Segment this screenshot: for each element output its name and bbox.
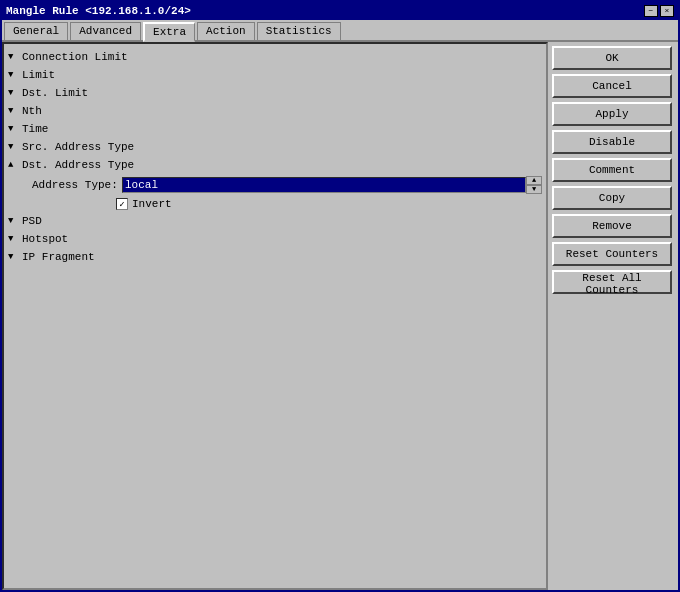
minimize-button[interactable]: − (644, 5, 658, 17)
psd-arrow: ▼ (8, 216, 22, 226)
dst-address-type-row[interactable]: ▲ Dst. Address Type (4, 156, 546, 174)
time-arrow: ▼ (8, 124, 22, 134)
close-button[interactable]: × (660, 5, 674, 17)
ip-fragment-arrow: ▼ (8, 252, 22, 262)
limit-row[interactable]: ▼ Limit (4, 66, 546, 84)
hotspot-row[interactable]: ▼ Hotspot (4, 230, 546, 248)
tab-action[interactable]: Action (197, 22, 255, 40)
reset-counters-button[interactable]: Reset Counters (552, 242, 672, 266)
dst-limit-arrow: ▼ (8, 88, 22, 98)
invert-row: ✓ Invert (4, 196, 546, 212)
nth-row[interactable]: ▼ Nth (4, 102, 546, 120)
comment-button[interactable]: Comment (552, 158, 672, 182)
src-address-type-arrow: ▼ (8, 142, 22, 152)
copy-button[interactable]: Copy (552, 186, 672, 210)
sidebar: OK Cancel Apply Disable Comment Copy Rem… (548, 42, 678, 590)
reset-all-counters-button[interactable]: Reset All Counters (552, 270, 672, 294)
title-bar: Mangle Rule <192.168.1.0/24> − × (2, 2, 678, 20)
address-type-spinners: ▲ ▼ (526, 176, 542, 194)
dst-limit-label: Dst. Limit (22, 87, 88, 99)
nth-arrow: ▼ (8, 106, 22, 116)
connection-limit-label: Connection Limit (22, 51, 128, 63)
dst-limit-row[interactable]: ▼ Dst. Limit (4, 84, 546, 102)
title-bar-controls: − × (644, 5, 674, 17)
ip-fragment-row[interactable]: ▼ IP Fragment (4, 248, 546, 266)
tab-general[interactable]: General (4, 22, 68, 40)
address-type-input[interactable] (122, 177, 526, 193)
address-type-input-container: ▲ ▼ (122, 176, 542, 194)
main-area: ▼ Connection Limit ▼ Limit ▼ Dst. Limit … (2, 42, 678, 590)
remove-button[interactable]: Remove (552, 214, 672, 238)
disable-button[interactable]: Disable (552, 130, 672, 154)
address-type-row: Address Type: ▲ ▼ (4, 174, 546, 196)
hotspot-label: Hotspot (22, 233, 68, 245)
address-type-field-label: Address Type: (32, 179, 122, 191)
nth-label: Nth (22, 105, 42, 117)
invert-checkbox[interactable]: ✓ (116, 198, 128, 210)
address-type-down-button[interactable]: ▼ (526, 185, 542, 194)
connection-limit-arrow: ▼ (8, 52, 22, 62)
time-label: Time (22, 123, 48, 135)
cancel-button[interactable]: Cancel (552, 74, 672, 98)
window-title: Mangle Rule <192.168.1.0/24> (6, 5, 191, 17)
tab-advanced[interactable]: Advanced (70, 22, 141, 40)
main-window: Mangle Rule <192.168.1.0/24> − × General… (0, 0, 680, 592)
ok-button[interactable]: OK (552, 46, 672, 70)
connection-limit-row[interactable]: ▼ Connection Limit (4, 48, 546, 66)
dst-address-type-arrow: ▲ (8, 160, 22, 170)
invert-label: Invert (132, 198, 172, 210)
limit-arrow: ▼ (8, 70, 22, 80)
src-address-type-row[interactable]: ▼ Src. Address Type (4, 138, 546, 156)
dst-address-type-label: Dst. Address Type (22, 159, 134, 171)
apply-button[interactable]: Apply (552, 102, 672, 126)
tabs-bar: General Advanced Extra Action Statistics (2, 20, 678, 42)
time-row[interactable]: ▼ Time (4, 120, 546, 138)
src-address-type-label: Src. Address Type (22, 141, 134, 153)
psd-label: PSD (22, 215, 42, 227)
address-type-up-button[interactable]: ▲ (526, 176, 542, 185)
ip-fragment-label: IP Fragment (22, 251, 95, 263)
content-panel: ▼ Connection Limit ▼ Limit ▼ Dst. Limit … (2, 42, 548, 590)
psd-row[interactable]: ▼ PSD (4, 212, 546, 230)
tab-statistics[interactable]: Statistics (257, 22, 341, 40)
limit-label: Limit (22, 69, 55, 81)
hotspot-arrow: ▼ (8, 234, 22, 244)
tab-extra[interactable]: Extra (143, 22, 195, 42)
